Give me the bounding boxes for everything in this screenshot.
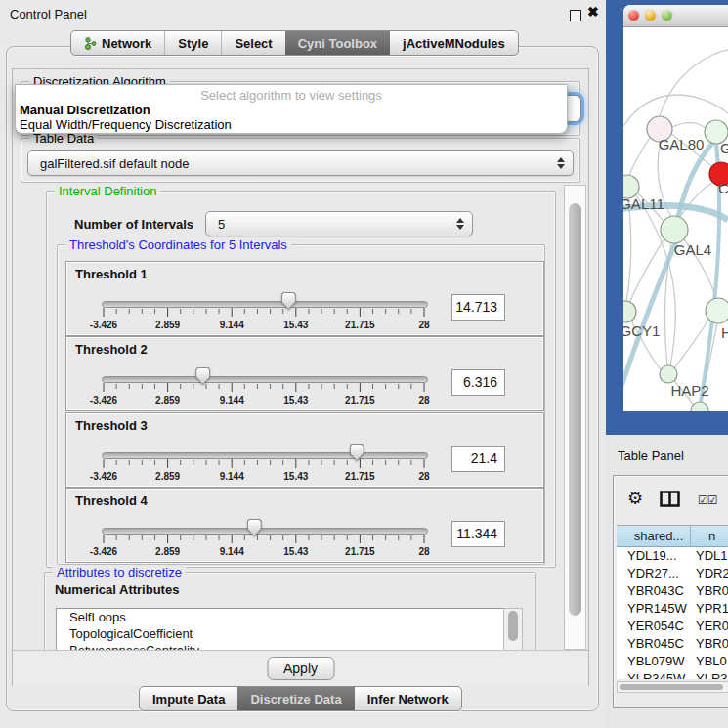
tab-style[interactable]: Style	[164, 31, 221, 55]
combo-arrows-icon	[456, 218, 464, 230]
tab-infer-network[interactable]: Infer Network	[355, 687, 461, 710]
tab-jactivemnodules[interactable]: jActiveMNodules	[390, 31, 518, 55]
split-columns-icon[interactable]	[660, 491, 680, 511]
threshold-1-slider-track[interactable]	[102, 301, 428, 308]
table-column-header-2[interactable]: n	[691, 526, 728, 546]
table-cell[interactable]: YDL1	[691, 547, 728, 565]
settings-scrollbar[interactable]	[564, 185, 586, 650]
network-node[interactable]	[691, 402, 708, 411]
node-table[interactable]: shared...n YDL19...YDL1YDR27...YDR2YBR04…	[617, 525, 728, 679]
table-row[interactable]: YBL079WYBL0	[617, 653, 728, 670]
network-edge[interactable]	[629, 238, 664, 303]
network-node-hap2[interactable]	[660, 365, 677, 383]
table-cell[interactable]: YPR145W	[617, 600, 691, 618]
table-cell[interactable]: YBR0	[691, 635, 728, 653]
network-node-label: G	[720, 140, 728, 156]
table-cell[interactable]: YPR1	[691, 600, 728, 618]
slider-ticks: -3.4262.8599.14415.4321.71528	[96, 459, 432, 485]
threshold-3-value-field[interactable]: 21.4	[451, 446, 505, 472]
tab-select[interactable]: Select	[221, 31, 284, 55]
table-cell[interactable]: YLR345W	[617, 670, 691, 679]
table-hscrollbar-thumb[interactable]	[620, 684, 723, 690]
threshold-4-slider-track[interactable]	[102, 528, 428, 535]
svg-text:2.859: 2.859	[155, 471, 180, 482]
tab-discretize-data[interactable]: Discretize Data	[237, 687, 354, 710]
table-row[interactable]: YPR145WYPR1	[617, 600, 728, 618]
close-icon[interactable]: ✖	[587, 4, 599, 20]
threshold-1-value-field[interactable]: 14.713	[451, 294, 505, 321]
threshold-1-slider-thumb[interactable]	[281, 292, 296, 310]
table-panel-area: Table Panel ⚙ ☑☑ shared...n YDL19...YDL1…	[604, 435, 728, 728]
table-panel-title: Table Panel	[618, 449, 684, 463]
table-row[interactable]: YDL19...YDL1	[617, 547, 728, 565]
network-node-h[interactable]	[706, 298, 728, 323]
network-node-gcy1[interactable]	[623, 301, 636, 322]
attribute-item-selfloops[interactable]: SelfLoops	[57, 609, 504, 625]
settings-scroll-area: Interval Definition Number of Intervals …	[15, 185, 586, 650]
table-cell[interactable]: YDR27...	[617, 565, 691, 582]
threshold-2-slider-track[interactable]	[102, 376, 428, 383]
table-cell[interactable]: YBR043C	[617, 582, 691, 600]
network-edge[interactable]	[629, 136, 651, 176]
svg-text:28: 28	[418, 546, 430, 557]
tab-label: Discretize Data	[250, 692, 341, 707]
minimize-traffic-light[interactable]	[645, 10, 656, 21]
table-cell[interactable]: YER054C	[617, 618, 691, 635]
gear-icon[interactable]: ⚙	[627, 488, 643, 509]
table-cell[interactable]: YDL19...	[617, 547, 691, 565]
table-data-combo[interactable]: galFiltered.sif default node	[27, 150, 574, 176]
algorithm-option-manual[interactable]: Manual Discretization	[20, 103, 150, 117]
attribute-item-betweennesscentrality[interactable]: BetweennessCentrality	[57, 642, 504, 650]
threshold-4-slider-thumb[interactable]	[247, 519, 262, 536]
threshold-2-slider-thumb[interactable]	[195, 367, 210, 385]
zoom-traffic-light[interactable]	[662, 10, 672, 21]
svg-text:-3.426: -3.426	[90, 395, 118, 406]
table-data-combo-value: galFiltered.sif default node	[40, 156, 189, 171]
attributes-scrollbar[interactable]	[503, 608, 523, 650]
close-traffic-light[interactable]	[628, 10, 639, 21]
table-cell[interactable]: YBR045C	[617, 635, 691, 653]
attribute-item-topologicalcoefficient[interactable]: TopologicalCoefficient	[57, 625, 504, 642]
table-cell[interactable]: YBR0	[691, 582, 728, 600]
network-node-gal4[interactable]	[661, 216, 688, 243]
algorithm-option-equal-width[interactable]: Equal Width/Frequency Discretization	[20, 117, 232, 132]
svg-text:15.43: 15.43	[283, 395, 308, 406]
table-data-group: Table Data galFiltered.sif default node	[21, 138, 580, 183]
svg-text:-3.426: -3.426	[90, 471, 118, 482]
table-cell[interactable]: YBL0	[691, 653, 728, 670]
svg-text:28: 28	[418, 320, 430, 330]
table-row[interactable]: YDR27...YDR2	[617, 565, 728, 582]
top-tab-bar: NetworkStyleSelectCyni ToolboxjActiveMNo…	[70, 30, 519, 56]
table-column-header-1[interactable]: shared...	[617, 526, 691, 546]
network-window-frame: GAL80GCGAL11GAL4GCY1HHAP2	[606, 0, 728, 435]
table-cell[interactable]: YDR2	[691, 565, 728, 582]
table-cell[interactable]: YBL079W	[617, 653, 691, 670]
algorithm-dropdown-popup: Select algorithm to view settings Manual…	[15, 84, 568, 134]
apply-button[interactable]: Apply	[267, 657, 334, 680]
tab-cyni-toolbox[interactable]: Cyni Toolbox	[285, 31, 390, 55]
threshold-4-label: Threshold 4	[75, 493, 148, 508]
table-row[interactable]: YER054CYER0	[617, 618, 728, 635]
network-edge[interactable]	[674, 319, 709, 368]
float-window-icon[interactable]	[570, 10, 581, 21]
checkbox-icons[interactable]: ☑☑	[698, 493, 717, 507]
network-edge[interactable]	[626, 198, 631, 301]
table-hscrollbar[interactable]	[617, 681, 728, 693]
threshold-4-value-field[interactable]: 11.344	[451, 521, 505, 547]
network-canvas[interactable]: GAL80GCGAL11GAL4GCY1HHAP2	[623, 27, 728, 411]
table-cell[interactable]: YER0	[691, 618, 728, 635]
numerical-attributes-list[interactable]: SelfLoopsTopologicalCoefficientBetweenne…	[56, 608, 505, 650]
threshold-2-value-field[interactable]: 6.316	[451, 369, 505, 396]
table-row[interactable]: YLR345WYLR3	[617, 670, 728, 679]
table-row[interactable]: YBR043CYBR0	[617, 582, 728, 600]
threshold-3-slider-thumb[interactable]	[350, 444, 364, 461]
table-cell[interactable]: YLR3	[691, 670, 728, 679]
tab-network[interactable]: Network	[71, 31, 164, 55]
settings-scrollbar-thumb[interactable]	[569, 203, 581, 616]
table-row[interactable]: YBR045CYBR0	[617, 635, 728, 653]
threshold-3-slider-track[interactable]	[102, 452, 428, 459]
threshold-2-label: Threshold 2	[75, 342, 148, 357]
tab-impute-data[interactable]: Impute Data	[140, 687, 237, 710]
number-of-intervals-combo[interactable]: 5	[205, 211, 473, 236]
network-edge[interactable]	[672, 123, 706, 128]
